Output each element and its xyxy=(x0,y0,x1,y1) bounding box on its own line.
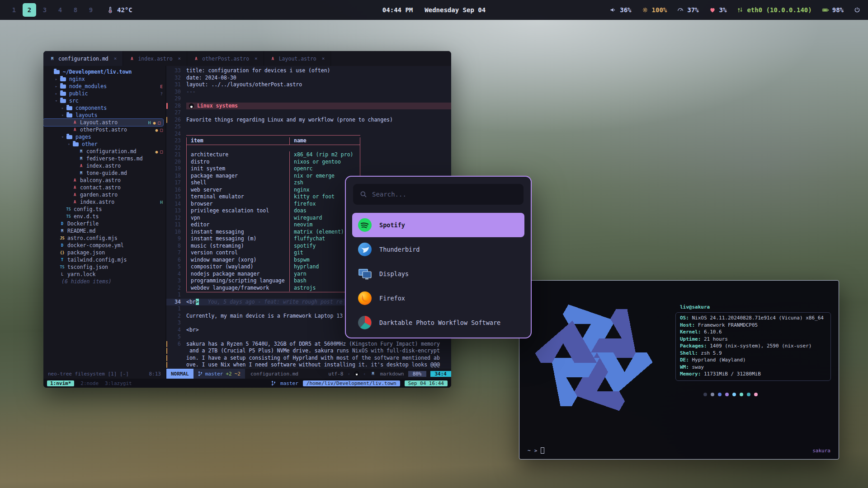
ts-file-icon: TS xyxy=(66,206,71,212)
tab-close-icon[interactable]: × xyxy=(178,56,181,61)
shell-prompt[interactable]: ~ > sakura xyxy=(528,447,830,454)
tab-close-icon[interactable]: × xyxy=(114,56,117,61)
tree-item-index-astro[interactable]: Aindex.astroH xyxy=(43,198,165,206)
tmux-window-1[interactable]: 1:nvim* xyxy=(47,380,74,386)
folder-icon xyxy=(60,77,66,81)
tree-item-public[interactable]: ▸public? xyxy=(43,90,165,97)
tree-item-tsconfig-json[interactable]: TStsconfig.json xyxy=(43,263,165,271)
tree-item-contact-astro[interactable]: Acontact.astro xyxy=(43,184,165,191)
color-palette xyxy=(703,393,831,396)
tree-item-label: package.json xyxy=(67,249,105,256)
tree-item-dockerfile[interactable]: DDockerfile xyxy=(43,220,165,227)
tree-item-tailwind-config-mjs[interactable]: Ttailwind.config.mjs xyxy=(43,256,165,263)
workspace-4[interactable]: 4 xyxy=(53,3,67,17)
tree-item-otherpost-astro[interactable]: AotherPost.astro●□ xyxy=(43,126,165,133)
tree-item-components[interactable]: ▸components xyxy=(43,104,165,112)
tab-close-icon[interactable]: × xyxy=(255,56,258,61)
tree-item-6-hidden-items[interactable]: (6 hidden items) xyxy=(43,278,165,285)
status-line: neo-tree filesystem [1] [-] 8:13 NORMAL … xyxy=(43,369,451,379)
line-number: 24 xyxy=(173,131,186,138)
tree-item-tone-guide-md[interactable]: Mtone-guide.md xyxy=(43,169,165,177)
tree-item-nginx[interactable]: ▸nginx xyxy=(43,75,165,83)
tree-item-docker-compose-yml[interactable]: Ddocker-compose.yml xyxy=(43,242,165,249)
tmux-date: Sep 04 16:44 xyxy=(405,380,448,386)
tree-item-yarn-lock[interactable]: Lyarn.lock xyxy=(43,271,165,278)
tab-layout-astro[interactable]: ALayout.astro× xyxy=(264,51,331,66)
tree-item-src[interactable]: ▾src xyxy=(43,97,165,104)
editor-line: ▍28Linux systems xyxy=(166,103,451,110)
tab-index-astro[interactable]: Aindex.astro× xyxy=(123,51,187,66)
tmux-window-2[interactable]: 2:node xyxy=(80,380,99,386)
tree-item-label: balcony.astro xyxy=(80,177,121,183)
table-cell: nixos or gentoo xyxy=(289,159,360,166)
line-number: 4 xyxy=(173,327,186,334)
tree-item-node-modules[interactable]: ▸node_modulesE xyxy=(43,83,165,90)
workspace-2[interactable]: 2 xyxy=(23,3,36,17)
tree-item-index-astro[interactable]: Aindex.astro xyxy=(43,162,165,169)
tree-item-layout-astro[interactable]: ALayout.astroH●□ xyxy=(43,119,163,126)
module-value: 98% xyxy=(832,6,844,14)
tree-item-package-json[interactable]: {}package.json xyxy=(43,249,165,256)
module-volume[interactable]: 36% xyxy=(609,6,631,14)
separator: ‹ xyxy=(347,371,350,377)
launcher-item-spotify[interactable]: Spotify xyxy=(352,213,524,237)
tab-configuration-md[interactable]: Mconfiguration.md× xyxy=(43,51,123,66)
info-label: Kernel: xyxy=(680,329,704,335)
module-gear[interactable]: 100% xyxy=(642,6,667,14)
line-text: init systemopenrc xyxy=(186,165,451,173)
tree-item-config-ts[interactable]: TSconfig.ts xyxy=(43,206,165,213)
module-power[interactable] xyxy=(854,6,861,14)
module-heart[interactable]: 3% xyxy=(709,6,727,14)
table-separator xyxy=(186,145,360,152)
tab-close-icon[interactable]: × xyxy=(322,56,325,61)
line-text: Linux systems xyxy=(186,103,451,110)
sign-column xyxy=(166,291,173,299)
terminal-window[interactable]: liv@sakura OS: NixOS 24.11.20240828.71e9… xyxy=(519,280,839,460)
module-gauge[interactable]: 37% xyxy=(677,6,698,14)
info-value: sway xyxy=(692,364,704,370)
workspace-8[interactable]: 8 xyxy=(69,3,82,17)
sign-column xyxy=(166,137,173,145)
ts-file-icon: TS xyxy=(66,214,71,220)
editor-line: 20distronixos or gentoo xyxy=(166,159,451,166)
tree-item-readme-md[interactable]: MREADME.md xyxy=(43,227,165,235)
module-battery[interactable]: 98% xyxy=(822,6,844,14)
tree-item-env-d-ts[interactable]: TSenv.d.ts xyxy=(43,213,165,220)
tree-item-balcony-astro[interactable]: Abalcony.astro xyxy=(43,177,165,184)
launcher-item-firefox[interactable]: Firefox xyxy=(352,286,524,310)
tree-item-label: (6 hidden items) xyxy=(61,278,112,285)
file-tree[interactable]: ~/Development/liv.town▸nginx▸node_module… xyxy=(43,66,166,369)
palette-dot xyxy=(740,393,743,396)
tree-item-fediverse-terms-md[interactable]: Mfediverse-terms.md xyxy=(43,155,165,162)
search-input[interactable] xyxy=(372,191,517,198)
tree-item-pages[interactable]: ▾pages xyxy=(43,133,165,141)
module-network[interactable]: eth0 (10.0.0.140) xyxy=(736,6,811,14)
workspace-9[interactable]: 9 xyxy=(84,3,98,17)
info-label: DE: xyxy=(680,357,692,363)
search-box[interactable] xyxy=(353,184,524,205)
tree-item-configuration-md[interactable]: Mconfiguration.md●□ xyxy=(43,148,165,155)
info-line-uptime: Uptime: 21 hours xyxy=(680,336,826,343)
workspace-1[interactable]: 1 xyxy=(7,3,21,17)
launcher-item-thunderbird[interactable]: Thunderbird xyxy=(352,237,524,262)
git-status-badges: H xyxy=(160,200,163,205)
app-launcher: SpotifyThunderbirdDisplaysFirefoxDarktab… xyxy=(345,176,532,338)
workspace-3[interactable]: 3 xyxy=(38,3,52,17)
darktable-icon xyxy=(358,315,372,330)
launcher-item-darktable-photo-workflow-software[interactable]: Darktable Photo Workflow Software xyxy=(352,310,524,335)
line-number: 2 xyxy=(173,285,186,292)
tmux-window-3[interactable]: 3:lazygit xyxy=(105,380,132,386)
chevron-down-icon: ▾ xyxy=(60,135,66,139)
launcher-item-displays[interactable]: Displays xyxy=(352,262,524,286)
sign-column: ▎ xyxy=(166,361,173,369)
sign-column xyxy=(166,249,173,257)
line-text xyxy=(186,95,451,103)
tree-root[interactable]: ~/Development/liv.town xyxy=(43,68,165,75)
table-cell: editor xyxy=(186,221,289,229)
tab-otherpost-astro[interactable]: AotherPost.astro× xyxy=(187,51,264,66)
tree-item-garden-astro[interactable]: Agarden.astro xyxy=(43,191,165,198)
tree-item-layouts[interactable]: ▾layouts xyxy=(43,112,165,119)
tree-item-other[interactable]: ▾other xyxy=(43,141,165,148)
tree-item-astro-config-mjs[interactable]: JSastro.config.mjs xyxy=(43,235,165,242)
palette-dot xyxy=(747,393,750,396)
